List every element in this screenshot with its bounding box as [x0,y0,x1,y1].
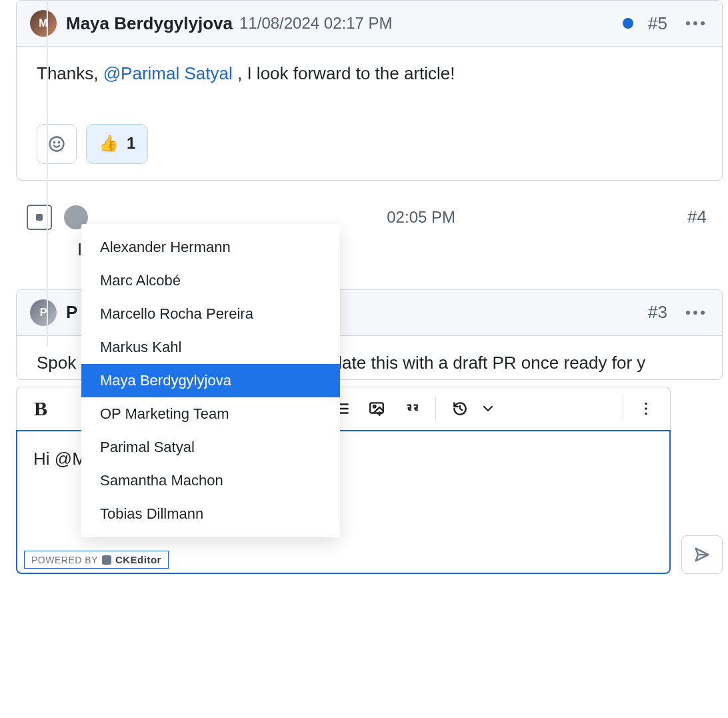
svg-point-2 [59,142,59,143]
bold-button[interactable]: B [26,394,55,423]
svg-point-4 [373,405,375,407]
event-sequence[interactable]: #4 [687,207,707,227]
mention-option[interactable]: Maya Berdygylyjova [81,364,340,397]
mention-option[interactable]: Samantha Machon [81,464,340,497]
svg-point-7 [645,413,647,415]
ckeditor-logo-icon [102,555,111,565]
svg-point-5 [645,403,647,405]
svg-point-0 [50,137,64,151]
comment-author-fragment[interactable]: P [66,302,77,323]
reaction-pill-thumbs-up[interactable]: 👍 1 [86,124,148,164]
comment-body: Thanks, @Parimal Satyal , I look forward… [17,47,722,180]
send-button[interactable] [681,535,723,574]
mention-autocomplete: Alexander HermannMarc AlcobéMarcello Roc… [81,224,340,537]
ckeditor-badge[interactable]: POWERED BY CKEditor [24,551,169,569]
unread-indicator-icon[interactable] [623,18,633,29]
thumbs-up-icon: 👍 [99,132,119,155]
event-timestamp: 02:05 PM [387,208,455,227]
avatar[interactable]: P [30,299,57,326]
mention-option[interactable]: Marc Alcobé [81,264,340,297]
comment-actions-menu[interactable] [682,307,709,319]
powered-by-brand: CKEditor [115,554,161,565]
more-toolbar-button[interactable] [631,394,661,423]
mention-option[interactable]: Tobias Dillmann [81,497,340,531]
comment-sequence[interactable]: #3 [648,302,667,323]
status-change-icon [27,205,52,230]
mention-option[interactable]: Markus Kahl [81,331,340,364]
activity-timeline-line [47,0,48,347]
comment-text: Spok [37,353,76,373]
svg-point-6 [645,408,647,410]
svg-point-1 [54,142,55,143]
mention-option[interactable]: Parimal Satyal [81,431,340,464]
comment-timestamp: 11/08/2024 02:17 PM [239,14,393,33]
add-reaction-button[interactable] [37,124,77,164]
mention-option[interactable]: Marcello Rocha Pereira [81,297,340,331]
comment-header: M Maya Berdygylyjova 11/08/2024 02:17 PM… [17,1,722,47]
image-button[interactable] [362,394,391,423]
quote-button[interactable] [397,394,426,423]
comment-author[interactable]: Maya Berdygylyjova [66,13,233,34]
comment-text: , I look forward to the article! [233,63,455,83]
comment-text: I'll update this with a draft PR once re… [293,353,646,373]
powered-by-label: POWERED BY [31,555,98,565]
avatar[interactable]: M [30,10,57,37]
comment-card: M Maya Berdygylyjova 11/08/2024 02:17 PM… [16,0,723,181]
comment-actions-menu[interactable] [682,17,709,29]
history-dropdown[interactable] [480,394,496,423]
user-mention[interactable]: @Parimal Satyal [103,63,233,83]
mention-option[interactable]: Alexander Hermann [81,231,340,264]
reaction-count: 1 [127,132,135,155]
mention-option[interactable]: OP Marketing Team [81,397,340,431]
history-button[interactable] [445,394,475,423]
comment-sequence[interactable]: #5 [648,13,667,34]
